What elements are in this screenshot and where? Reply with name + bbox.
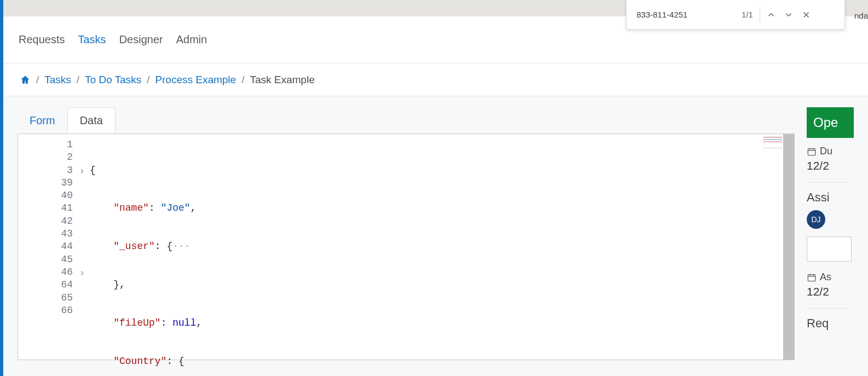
nav-designer[interactable]: Designer [119, 33, 163, 46]
breadcrumb-tasks[interactable]: Tasks [44, 74, 71, 86]
tab-data[interactable]: Data [67, 107, 115, 134]
breadcrumb-current: Task Example [250, 74, 315, 86]
svg-rect-6 [808, 274, 815, 281]
assigned-label: Assi [807, 190, 852, 205]
line-number: 43 [18, 228, 76, 240]
find-prev-button[interactable] [762, 6, 780, 24]
editor-minimap[interactable] [763, 136, 782, 148]
line-number: 39 [18, 177, 76, 189]
json-editor[interactable]: 1233940414243444546646566 { "name": "Joe… [18, 134, 795, 360]
assigned-date-label: As [807, 271, 852, 283]
breadcrumb-sep: / [147, 74, 149, 86]
tab-form[interactable]: Form [18, 108, 67, 134]
breadcrumb-sep: / [36, 74, 39, 86]
line-number: 66 [18, 304, 76, 317]
editor-scrollbar[interactable] [783, 134, 794, 360]
find-separator [760, 7, 760, 23]
home-icon [20, 74, 31, 85]
side-panel: Ope Du 12/2 Assi DJ As 12/2 Req [807, 107, 854, 365]
code-row: { [90, 164, 794, 177]
editor-gutter: 1233940414243444546646566 [18, 134, 76, 360]
avatar[interactable]: DJ [807, 210, 825, 229]
calendar-icon [807, 273, 817, 282]
line-number: 3 [18, 164, 76, 177]
breadcrumb: / Tasks / To Do Tasks / Process Example … [3, 63, 868, 96]
line-number: 2 [18, 151, 76, 164]
due-label: Du [807, 146, 852, 157]
find-next-button[interactable] [780, 6, 797, 24]
code-row: "fileUp": null, [90, 317, 794, 329]
line-number: 46 [18, 266, 76, 279]
request-label: Req [807, 316, 852, 331]
line-number: 65 [18, 292, 76, 304]
page-hint: nda [854, 11, 868, 20]
line-number: 41 [18, 202, 76, 215]
line-number: 42 [18, 215, 76, 228]
code-row: "Country": { [90, 355, 794, 368]
line-number: 1 [18, 138, 76, 151]
find-in-page-bar: 833-811-4251 1/1 [626, 0, 845, 30]
breadcrumb-sep: / [77, 74, 79, 86]
code-row-folded: "_user": {··· [90, 240, 794, 253]
content-area: Form Data 1233940414243444546646566 { "n… [3, 96, 868, 376]
side-input[interactable] [807, 236, 852, 262]
svg-rect-2 [808, 148, 815, 155]
find-close-button[interactable] [797, 6, 815, 24]
status-badge: Ope [807, 107, 854, 138]
code-row: }, [90, 279, 794, 291]
code-row: "name": "Joe", [90, 202, 794, 215]
find-count: 1/1 [742, 10, 753, 19]
line-number: 44 [18, 240, 76, 253]
find-query[interactable]: 833-811-4251 [636, 10, 742, 19]
breadcrumb-sep: / [241, 74, 244, 86]
nav-requests[interactable]: Requests [19, 33, 65, 46]
line-number: 45 [18, 253, 76, 266]
due-value: 12/2 [807, 159, 852, 172]
line-number: 40 [18, 189, 76, 202]
breadcrumb-home[interactable] [20, 74, 31, 85]
breadcrumb-process[interactable]: Process Example [155, 74, 236, 86]
assigned-date-value: 12/2 [807, 285, 852, 298]
chevron-up-icon [766, 10, 776, 20]
calendar-icon [807, 147, 817, 157]
nav-admin[interactable]: Admin [176, 33, 207, 46]
breadcrumb-todo[interactable]: To Do Tasks [85, 74, 141, 86]
close-icon [801, 10, 811, 20]
nav-tasks[interactable]: Tasks [78, 33, 106, 46]
main-panel: Form Data 1233940414243444546646566 { "n… [18, 107, 795, 365]
editor-code[interactable]: { "name": "Joe", "_user": {··· }, "fileU… [76, 134, 794, 360]
line-number: 64 [18, 279, 76, 291]
chevron-down-icon [784, 10, 794, 20]
tabs: Form Data [18, 107, 795, 134]
